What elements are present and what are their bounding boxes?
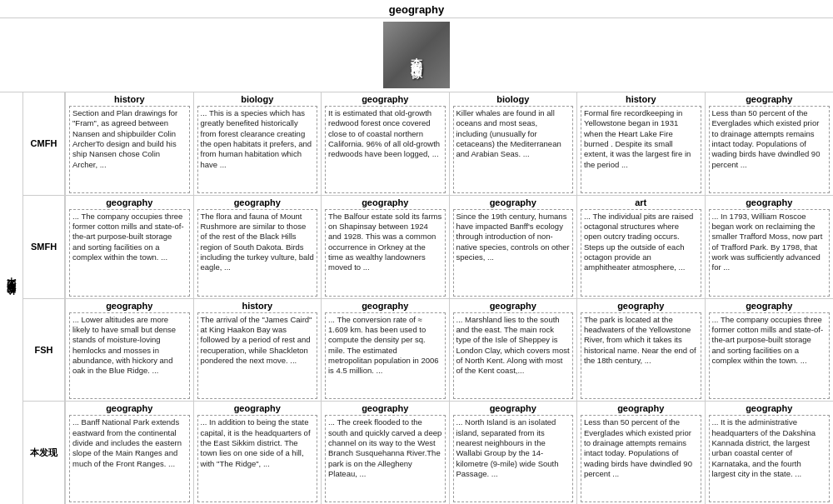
- content-smfh-2: The Balfour estate sold its farms on Sha…: [325, 209, 446, 297]
- cell-fsh-5: geography ... The company occupies three…: [706, 299, 834, 402]
- category-cmfh-3: biology: [453, 94, 574, 104]
- category-found-3: geography: [453, 403, 574, 413]
- category-cmfh-5: geography: [709, 94, 831, 104]
- page-container: geography 查询图像 检索到的文本 CMFH SMFH FSH: [0, 0, 833, 504]
- cell-fsh-4: geography The park is located at the hea…: [577, 299, 706, 402]
- row-label-fsh: FSH: [23, 299, 64, 402]
- category-fsh-5: geography: [709, 301, 831, 311]
- cell-cmfh-0: history Section and Plan drawings for "F…: [66, 92, 194, 195]
- category-found-2: geography: [325, 403, 446, 413]
- header-title: geography: [389, 3, 444, 16]
- content-smfh-5: ... In 1793, William Roscoe began work o…: [709, 209, 831, 297]
- cell-found-2: geography ... The creek flooded to the s…: [322, 402, 450, 504]
- cell-found-3: geography ... North Island is an isolate…: [450, 402, 578, 504]
- content-fsh-2: ... The conversion rate of ≈ 1.609 km. h…: [325, 312, 446, 400]
- category-smfh-1: geography: [197, 197, 318, 207]
- category-fsh-2: geography: [325, 301, 446, 311]
- cell-found-5: geography ... It is the administrative h…: [706, 402, 834, 504]
- content-grid: history Section and Plan drawings for "F…: [66, 92, 833, 504]
- row-label-cmfh: CMFH: [23, 92, 64, 196]
- cell-smfh-3: geography Since the 19th century, humans…: [450, 196, 578, 298]
- top-header: geography: [0, 0, 833, 18]
- cell-found-4: geography Less than 50 percent of the Ev…: [577, 402, 706, 504]
- category-cmfh-2: geography: [325, 94, 446, 104]
- category-fsh-3: geography: [453, 301, 574, 311]
- content-fsh-1: The arrival of the "James Caird" at King…: [197, 312, 318, 400]
- content-found-0: ... Banff National Park extends eastward…: [69, 415, 190, 502]
- main-grid: 检索到的文本 CMFH SMFH FSH 本发现: [0, 92, 833, 504]
- cell-smfh-0: geography ... The company occupies three…: [66, 196, 194, 298]
- row-label-smfh: SMFH: [23, 196, 64, 299]
- category-fsh-0: geography: [69, 301, 190, 311]
- cell-smfh-1: geography The flora and fauna of Mount R…: [194, 196, 322, 298]
- category-smfh-2: geography: [325, 197, 446, 207]
- cell-smfh-4: art ... The individual pits are raised o…: [577, 196, 706, 298]
- cell-cmfh-2: geography It is estimated that old-growt…: [322, 92, 450, 195]
- category-fsh-1: history: [197, 301, 318, 311]
- content-cmfh-1: ... This is a species which has greatly …: [197, 106, 318, 193]
- content-smfh-3: Since the 19th century, humans have impa…: [453, 209, 574, 297]
- query-image: 查询图像: [383, 22, 450, 88]
- content-found-1: ... In addition to being the state capit…: [197, 415, 318, 502]
- cell-found-1: geography ... In addition to being the s…: [194, 402, 322, 504]
- cell-cmfh-5: geography Less than 50 percent of the Ev…: [706, 92, 834, 195]
- cell-cmfh-4: history Formal fire recordkeeping in Yel…: [577, 92, 706, 195]
- content-cmfh-4: Formal fire recordkeeping in Yellowstone…: [581, 106, 701, 193]
- category-cmfh-0: history: [69, 94, 190, 104]
- vertical-label-text: 检索到的文本: [5, 293, 17, 303]
- vertical-label: 检索到的文本: [0, 92, 23, 504]
- row-fsh: geography ... Lower altitudes are more l…: [66, 299, 833, 402]
- content-cmfh-3: Killer whales are found in all oceans an…: [453, 106, 574, 193]
- row-smfh: geography ... The company occupies three…: [66, 196, 833, 299]
- category-smfh-5: geography: [709, 197, 831, 207]
- content-smfh-4: ... The individual pits are raised octag…: [581, 209, 701, 297]
- cell-fsh-3: geography ... Marshland lies to the sout…: [450, 299, 578, 402]
- cell-found-0: geography ... Banff National Park extend…: [66, 402, 194, 504]
- category-smfh-0: geography: [69, 197, 190, 207]
- content-found-4: Less than 50 percent of the Everglades w…: [581, 415, 701, 502]
- content-fsh-3: ... Marshland lies to the south and the …: [453, 312, 574, 400]
- content-cmfh-0: Section and Plan drawings for "Fram", as…: [69, 106, 190, 193]
- query-area: 查询图像: [0, 18, 833, 92]
- query-image-label: 查询图像: [409, 48, 424, 62]
- cell-cmfh-1: biology ... This is a species which has …: [194, 92, 322, 195]
- content-fsh-0: ... Lower altitudes are more likely to h…: [69, 312, 190, 400]
- content-smfh-0: ... The company occupies three former co…: [69, 209, 190, 297]
- content-cmfh-2: It is estimated that old-growth redwood …: [325, 106, 446, 193]
- row-found: geography ... Banff National Park extend…: [66, 402, 833, 504]
- category-cmfh-4: history: [581, 94, 701, 104]
- cell-smfh-2: geography The Balfour estate sold its fa…: [322, 196, 450, 298]
- content-found-2: ... The creek flooded to the south and q…: [325, 415, 446, 502]
- content-found-5: ... It is the administrative headquarter…: [709, 415, 831, 502]
- content-fsh-5: ... The company occupies three former co…: [709, 312, 831, 400]
- category-found-1: geography: [197, 403, 318, 413]
- category-found-0: geography: [69, 403, 190, 413]
- category-smfh-4: art: [581, 197, 701, 207]
- category-fsh-4: geography: [581, 301, 701, 311]
- row-cmfh: history Section and Plan drawings for "F…: [66, 92, 833, 196]
- category-cmfh-1: biology: [197, 94, 318, 104]
- category-smfh-3: geography: [453, 197, 574, 207]
- row-labels: CMFH SMFH FSH 本发现: [23, 92, 65, 504]
- content-found-3: ... North Island is an isolated island, …: [453, 415, 574, 502]
- cell-fsh-1: history The arrival of the "James Caird"…: [194, 299, 322, 402]
- content-smfh-1: The flora and fauna of Mount Rushmore ar…: [197, 209, 318, 297]
- category-found-5: geography: [709, 403, 831, 413]
- content-fsh-4: The park is located at the headwaters of…: [581, 312, 701, 400]
- category-found-4: geography: [581, 403, 701, 413]
- row-label-found: 本发现: [23, 402, 64, 504]
- content-cmfh-5: Less than 50 percent of the Everglades w…: [709, 106, 831, 193]
- cell-cmfh-3: biology Killer whales are found in all o…: [450, 92, 578, 195]
- cell-smfh-5: geography ... In 1793, William Roscoe be…: [706, 196, 834, 298]
- cell-fsh-0: geography ... Lower altitudes are more l…: [66, 299, 194, 402]
- cell-fsh-2: geography ... The conversion rate of ≈ 1…: [322, 299, 450, 402]
